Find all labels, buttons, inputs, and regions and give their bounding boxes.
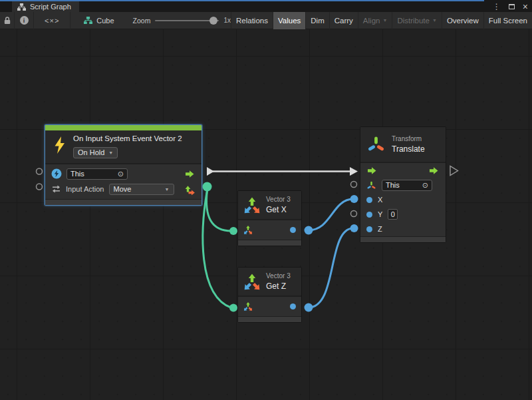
- port-flow-out-translate-unconnected[interactable]: [450, 166, 458, 176]
- node-footer: [360, 236, 446, 242]
- tab-label: Script Graph: [30, 3, 71, 11]
- float-output-dot[interactable]: [290, 303, 296, 309]
- translate-node-header: Transform Translate: [360, 127, 446, 162]
- this-object-field[interactable]: This ⊙: [382, 180, 432, 191]
- y-value-field[interactable]: 0: [388, 209, 398, 220]
- node-title: Translate: [392, 144, 425, 154]
- port-vector3-in-get-x[interactable]: [229, 227, 237, 235]
- this-port-row: This ⊙: [360, 178, 446, 192]
- close-icon[interactable]: ×: [523, 1, 528, 12]
- get-x-node-header: Vector 3 Get X: [238, 191, 301, 219]
- port-flow-out-event[interactable]: [207, 167, 214, 176]
- port-vector3-in-get-z[interactable]: [229, 304, 237, 312]
- node-on-input-system-event[interactable]: On Input System Event Vector 2 On Hold ▼…: [45, 124, 202, 206]
- graph-canvas[interactable]: On Input System Event Vector 2 On Hold ▼…: [0, 29, 532, 400]
- port-translate-y-unconnected[interactable]: [351, 211, 357, 217]
- get-z-node-header: Vector 3 Get Z: [238, 268, 301, 296]
- info-icon: i: [20, 16, 29, 25]
- zoom-slider[interactable]: [155, 17, 219, 25]
- port-float-out-get-x[interactable]: [305, 226, 313, 235]
- button-label: Carry: [334, 17, 353, 25]
- object-picker-icon[interactable]: ⊙: [118, 170, 124, 178]
- carry-button[interactable]: Carry: [329, 12, 358, 29]
- info-button[interactable]: i: [15, 12, 33, 29]
- vector3-input-icon[interactable]: [243, 225, 253, 235]
- window-controls: ⋮ ×: [493, 1, 528, 12]
- button-label: Values: [278, 17, 301, 25]
- port-vector2-out-event[interactable]: [203, 182, 212, 192]
- node-get-x[interactable]: Vector 3 Get X: [237, 190, 302, 246]
- node-footer: [45, 199, 201, 205]
- y-port-label: Y: [378, 210, 382, 218]
- vector3-input-icon[interactable]: [243, 301, 253, 311]
- float-port-dot[interactable]: [366, 212, 372, 218]
- script-graph-window: Script Graph ⋮ × i <×> Cube: [0, 0, 532, 400]
- port-event-action-unconnected[interactable]: [37, 184, 43, 190]
- dim-button[interactable]: Dim: [305, 12, 329, 29]
- event-mode-dropdown[interactable]: On Hold ▼: [73, 147, 118, 158]
- float-output-dot[interactable]: [290, 227, 296, 233]
- node-footer: [238, 316, 301, 322]
- node-title: Get Z: [266, 282, 291, 291]
- x-port-label: X: [378, 196, 382, 204]
- flow-output-arrow-icon[interactable]: [184, 170, 196, 178]
- button-label: Full Screen: [489, 17, 527, 25]
- code-view-button[interactable]: <×>: [34, 12, 70, 29]
- z-port-label: Z: [378, 225, 382, 233]
- zoom-value: 1x: [223, 17, 231, 24]
- graph-breadcrumb[interactable]: Cube: [84, 17, 114, 25]
- chevron-down-icon: ▼: [382, 18, 387, 23]
- port-x-in-translate[interactable]: [350, 195, 358, 203]
- graph-name: Cube: [96, 17, 114, 25]
- float-port-dot[interactable]: [366, 197, 372, 203]
- port-translate-this-unconnected[interactable]: [351, 182, 357, 188]
- event-node-header: On Input System Event Vector 2 On Hold ▼: [45, 130, 201, 163]
- y-port-row: Y 0: [360, 207, 446, 222]
- transform-icon: [367, 135, 385, 154]
- port-event-this-unconnected[interactable]: [37, 168, 43, 174]
- relations-button[interactable]: Relations: [231, 12, 273, 29]
- vector2-output-icon[interactable]: [185, 184, 196, 195]
- button-label: Relations: [236, 17, 268, 25]
- wire-get-x-to-translate-x: [309, 199, 353, 230]
- overview-button[interactable]: Overview: [442, 12, 483, 29]
- get-x-port-row: [238, 219, 301, 240]
- node-translate[interactable]: Transform Translate This ⊙: [360, 126, 446, 243]
- object-picker-icon[interactable]: ⊙: [422, 181, 428, 190]
- flow-input-arrow-icon[interactable]: [366, 166, 378, 175]
- node-footer: [238, 240, 301, 246]
- port-float-out-get-z[interactable]: [305, 303, 313, 312]
- input-action-icon: [51, 184, 61, 194]
- port-z-in-translate[interactable]: [350, 224, 358, 232]
- lock-icon: [3, 16, 11, 25]
- flow-port-row: [360, 163, 446, 178]
- tab-script-graph[interactable]: Script Graph: [12, 1, 79, 12]
- lock-button[interactable]: [0, 12, 14, 29]
- zoom-label: Zoom: [133, 17, 151, 25]
- input-action-dropdown[interactable]: Move ▼: [109, 184, 174, 195]
- event-node-ports: This ⊙ Input Action: [45, 163, 201, 199]
- translate-node-ports: This ⊙ X Y 0 Z: [360, 162, 446, 236]
- maximize-icon[interactable]: [509, 4, 515, 9]
- event-color-bar: [45, 125, 201, 130]
- graph-icon: [84, 17, 92, 24]
- node-category: Vector 3: [266, 196, 291, 203]
- input-system-event-icon: [51, 168, 62, 179]
- input-action-value: Move: [114, 185, 132, 193]
- float-port-dot[interactable]: [366, 226, 372, 232]
- input-action-label: Input Action: [66, 185, 104, 193]
- wire-vector2-to-get-x: [207, 190, 231, 231]
- button-label: Align: [363, 17, 380, 25]
- graph-hierarchy-icon: [17, 3, 26, 11]
- flow-output-arrow-icon[interactable]: [428, 166, 440, 175]
- tab-bar: Script Graph ⋮ ×: [0, 0, 532, 12]
- node-get-z[interactable]: Vector 3 Get Z: [237, 267, 302, 323]
- window-menu-icon[interactable]: ⋮: [493, 1, 501, 12]
- port-flow-in-translate[interactable]: [350, 167, 358, 176]
- zoom-slider-handle[interactable]: [209, 17, 217, 25]
- this-object-field[interactable]: This ⊙: [66, 168, 128, 180]
- this-field-value: This: [70, 170, 84, 178]
- values-button[interactable]: Values: [273, 12, 305, 29]
- full-screen-button[interactable]: Full Screen: [483, 12, 532, 29]
- node-category: Transform: [392, 135, 425, 142]
